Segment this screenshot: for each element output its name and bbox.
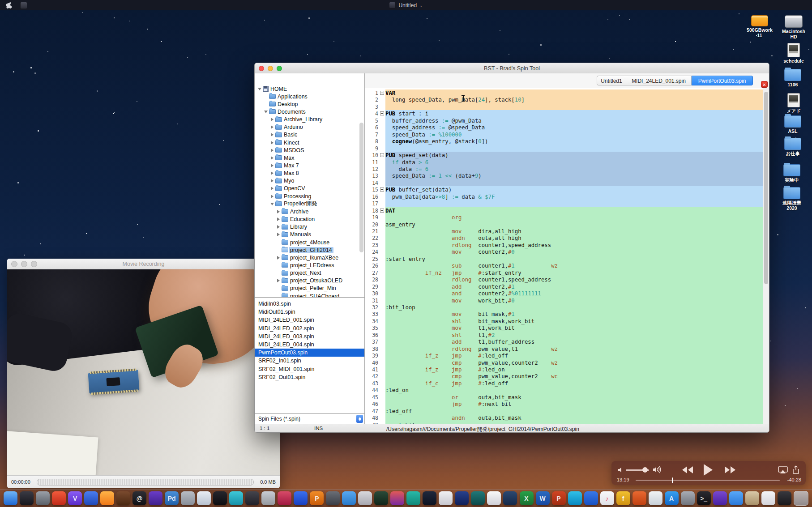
dock-icon-app[interactable]: f	[616, 491, 630, 505]
tree-item-Arduino[interactable]: Arduino	[270, 124, 303, 131]
fold-toggle-icon[interactable]: –	[380, 111, 384, 115]
expander-closed-icon[interactable]	[270, 156, 274, 160]
dock-icon-app[interactable]	[149, 491, 162, 505]
tree-item-HOME[interactable]: HOME	[257, 85, 287, 93]
expander-closed-icon[interactable]	[276, 279, 281, 282]
movie-recording-window[interactable]: Movie Recording 00:00:00 0.0 MB	[7, 259, 280, 488]
dock-icon-app[interactable]	[213, 491, 227, 505]
dock-icon-app[interactable]	[568, 491, 582, 505]
expander-closed-icon[interactable]	[270, 149, 274, 152]
tree-scrollbar-thumb[interactable]	[359, 123, 363, 252]
tree-item-project_LEDdress[interactable]: project_LEDdress	[276, 261, 334, 269]
volume-max-icon[interactable]	[653, 466, 662, 473]
file-list-item[interactable]: SRF02_Out01.spin	[255, 373, 364, 381]
file-list-item[interactable]: MIDI_24LED_002.spin	[255, 324, 364, 332]
expander-closed-icon[interactable]	[270, 125, 274, 129]
dock-icon-finder[interactable]	[4, 491, 17, 505]
dock-icon-terminal[interactable]: >_	[697, 491, 711, 505]
dock-icon-app[interactable]	[778, 491, 791, 505]
expander-closed-icon[interactable]	[276, 233, 281, 236]
close-document-icon[interactable]: ✕	[761, 81, 768, 88]
dock-icon-word[interactable]: W	[536, 491, 550, 505]
expander-closed-icon[interactable]	[270, 195, 274, 198]
expander-closed-icon[interactable]	[270, 133, 274, 136]
dock-icon-app[interactable]	[181, 491, 195, 505]
tree-item-MSDOS[interactable]: MSDOS	[270, 146, 304, 154]
dock-icon-app[interactable]	[423, 491, 436, 505]
dock-icon-app[interactable]	[52, 491, 66, 505]
movie-title-bar[interactable]: Movie Recording	[7, 259, 280, 269]
volume-min-icon[interactable]	[618, 467, 624, 473]
expander-closed-icon[interactable]	[270, 187, 274, 190]
dock-icon-folder[interactable]	[729, 491, 743, 505]
dock-icon-app[interactable]	[471, 491, 485, 505]
expander-open-icon[interactable]	[264, 111, 268, 113]
dock-icon-firefox[interactable]	[100, 491, 114, 505]
dock-icon-app[interactable]	[84, 491, 98, 505]
tree-item-Desktop[interactable]: Desktop	[264, 100, 298, 108]
tree-item-Manuals[interactable]: Manuals	[276, 231, 311, 239]
dock-icon-app[interactable]	[584, 491, 598, 505]
dock-icon-folder-stack[interactable]	[745, 491, 759, 505]
code-editor[interactable]: VAR1– long speed_Data, pwm_Data[24], sta…	[365, 88, 769, 424]
play-button[interactable]	[703, 464, 713, 476]
dock-icon-app[interactable]	[455, 491, 469, 505]
dock-icon-system-preferences[interactable]	[681, 491, 695, 505]
dock-icon-music[interactable]: ♪	[600, 491, 614, 505]
share-icon[interactable]	[792, 465, 799, 474]
tree-item-Education[interactable]: Education	[276, 216, 315, 223]
editor-scrollbar[interactable]	[763, 88, 769, 424]
tree-item-Documents[interactable]: Documents	[264, 108, 306, 115]
file-list-item[interactable]: MIDI_24LED_001.spin	[255, 316, 364, 324]
dock-icon-powerpoint[interactable]: P	[552, 491, 566, 505]
file-filter-dropdown[interactable]: Spin Files (*.spin)	[255, 413, 364, 424]
bst-title-bar[interactable]: BST - Brad's Spin Tool	[255, 63, 769, 74]
expander-open-icon[interactable]	[270, 203, 274, 205]
fold-toggle-icon[interactable]: –	[380, 187, 384, 192]
expander-closed-icon[interactable]	[270, 164, 274, 167]
tree-item-Kinect[interactable]: Kinect	[270, 139, 299, 146]
bst-window[interactable]: BST - Brad's Spin Tool HOMEApplicationsD…	[254, 63, 769, 433]
tree-item-project_OtsukaOLED[interactable]: project_OtsukaOLED	[276, 277, 342, 285]
tree-item-project_SUACboard[interactable]: project_SUACboard	[276, 292, 339, 297]
editor-scrollbar-thumb[interactable]	[764, 92, 768, 284]
tree-item-Archive[interactable]: Archive	[276, 208, 308, 215]
dock-icon-processing[interactable]: P	[310, 491, 324, 505]
playhead[interactable]	[672, 477, 673, 483]
dock-icon-app[interactable]	[503, 491, 517, 505]
file-list-item[interactable]: MIDI_24LED_003.spin	[255, 332, 364, 341]
expander-closed-icon[interactable]	[270, 141, 274, 145]
tree-item-Myo[interactable]: Myo	[270, 177, 294, 185]
dock-icon-app[interactable]	[245, 491, 259, 505]
dock-icon-document[interactable]	[761, 491, 775, 505]
volume-knob[interactable]	[642, 467, 648, 473]
tree-item-project_4Mouse[interactable]: project_4Mouse	[276, 239, 329, 246]
tree-item-project_Peller_Min[interactable]: project_Peller_Min	[276, 285, 336, 292]
dock-icon-app[interactable]	[439, 491, 453, 505]
dock-icon-chrome[interactable]	[649, 491, 662, 505]
fold-toggle-icon[interactable]: –	[380, 209, 384, 213]
desktop-icon-500GBwork[interactable]: 500GBwork 11	[740, 15, 779, 38]
dock-icon-app[interactable]	[197, 491, 211, 505]
tree-item-Archive_Library[interactable]: Archive_Library	[270, 116, 322, 124]
desktop-icon-schedule[interactable]: schedule	[774, 43, 812, 64]
dock-icon-textedit[interactable]	[487, 491, 501, 505]
dock-icon-app[interactable]	[633, 491, 646, 505]
desktop-icon-ASL[interactable]: ASL	[774, 115, 812, 134]
tree-item-Propeller開発[interactable]: Propeller開発	[270, 200, 317, 208]
tree-item-Processing[interactable]: Processing	[270, 192, 311, 200]
expander-closed-icon[interactable]	[270, 171, 274, 175]
tree-item-project_IkumaXBee[interactable]: project_IkumaXBee	[276, 254, 338, 261]
desktop-icon-Macintosh[interactable]: Macintosh HD	[774, 15, 812, 39]
dock-icon-app[interactable]	[229, 491, 243, 505]
dock-icon-app[interactable]	[294, 491, 308, 505]
tab-Untitled1[interactable]: Untitled1	[597, 76, 626, 85]
dock-icon-app[interactable]	[326, 491, 340, 505]
expander-closed-icon[interactable]	[276, 217, 281, 221]
dock-icon-xcode[interactable]	[342, 491, 356, 505]
dock-icon-app[interactable]	[261, 491, 275, 505]
fold-toggle-icon[interactable]: –	[380, 91, 384, 95]
desktop-icon-遠隔授業[interactable]: 遠隔授業 2020	[773, 187, 811, 211]
dock-icon-app[interactable]	[116, 491, 130, 505]
dock-icon-puredata[interactable]: Pd	[165, 491, 179, 505]
